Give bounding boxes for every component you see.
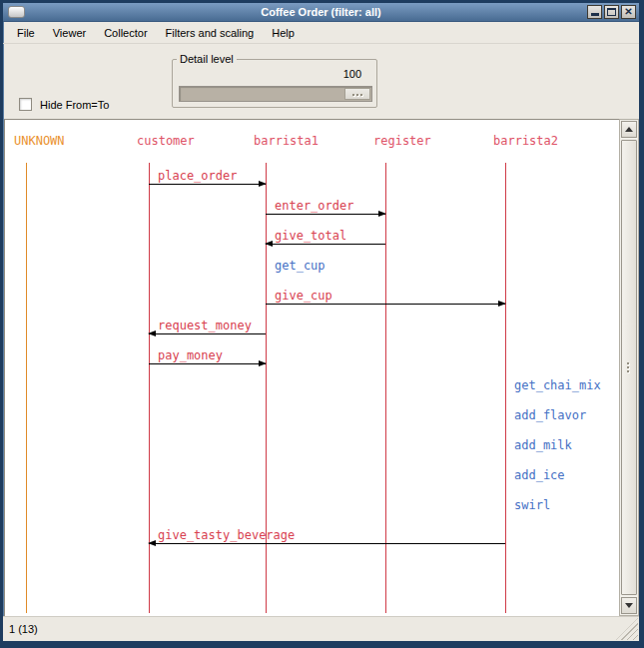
message-arrow-give_cup[interactable] [266,304,505,305]
maximize-icon [607,8,616,16]
arrowhead-icon [259,360,267,366]
arrowhead-icon [498,301,506,307]
actor-label-customer[interactable]: customer [137,134,195,148]
actor-label-barrista1[interactable]: barrista1 [254,134,319,148]
scroll-down-button[interactable] [621,597,637,614]
detail-level-label: Detail level [177,53,237,65]
menu-help[interactable]: Help [263,24,304,42]
detail-level-slider-handle[interactable] [344,88,370,100]
menu-collector[interactable]: Collector [95,24,156,42]
lifeline-UNKNOWN [26,163,27,613]
minimize-button[interactable] [587,5,602,19]
menu-viewer[interactable]: Viewer [44,24,95,42]
arrowhead-icon [259,181,267,187]
event-label-add_flavor[interactable]: add_flavor [514,408,586,422]
lifeline-register [385,163,386,613]
message-arrow-give_total[interactable] [266,244,385,245]
arrowhead-icon [148,330,156,336]
resize-grip[interactable] [616,618,638,640]
maximize-button[interactable] [604,5,619,19]
lifeline-barrista2 [505,163,506,613]
message-arrow-pay_money[interactable] [149,363,266,364]
actor-label-barrista2[interactable]: barrista2 [493,134,558,148]
detail-level-groupbox: Detail level 100 [172,59,377,108]
event-label-request_money[interactable]: request_money [158,319,252,332]
event-label-get_cup[interactable]: get_cup [275,259,325,273]
menubar: File Viewer Collector Filters and scalin… [3,22,639,44]
hide-from-to-label[interactable]: Hide From=To [40,99,109,111]
message-arrow-place_order[interactable] [149,184,266,185]
arrowhead-icon [148,540,156,546]
window-title: Coffee Order (filter: all) [3,6,639,18]
diagram-layer: UNKNOWNcustomerbarrista1registerbarrista… [5,120,619,616]
event-label-get_chai_mix[interactable]: get_chai_mix [514,378,601,392]
actor-label-UNKNOWN[interactable]: UNKNOWN [14,134,65,148]
event-label-swirl[interactable]: swirl [514,498,550,512]
close-icon: ✕ [624,7,632,17]
event-label-give_tasty_beverage[interactable]: give_tasty_beverage [158,528,295,542]
titlebar[interactable]: Coffee Order (filter: all) ✕ [3,3,639,22]
lifeline-barrista1 [266,163,267,613]
close-button[interactable]: ✕ [621,5,636,19]
event-label-pay_money[interactable]: pay_money [158,348,223,362]
detail-level-value: 100 [343,68,361,80]
scrollbar-thumb[interactable] [621,140,637,595]
event-label-give_total[interactable]: give_total [275,229,346,243]
scroll-up-button[interactable] [621,121,637,138]
arrowhead-icon [265,241,273,247]
event-label-add_ice[interactable]: add_ice [514,468,565,482]
status-text: 1 (13) [3,623,38,635]
hide-from-to-checkbox[interactable] [19,98,32,111]
menu-file[interactable]: File [8,24,44,42]
statusbar: 1 (13) [3,616,639,641]
scrollbar-grip-dots-icon [627,362,629,364]
event-label-enter_order[interactable]: enter_order [275,199,353,213]
arrowhead-icon [378,211,386,217]
message-arrow-give_tasty_beverage[interactable] [149,543,505,544]
message-arrow-enter_order[interactable] [266,214,385,215]
arrow-down-icon [625,603,633,608]
app-window: Coffee Order (filter: all) ✕ File Viewer… [0,0,644,648]
event-label-add_milk[interactable]: add_milk [514,438,572,452]
control-panel: Hide From=To Hide (excluded actors) Deta… [3,44,639,119]
menu-filters-and-scaling[interactable]: Filters and scaling [157,24,264,42]
vertical-scrollbar[interactable] [619,119,639,616]
minimize-icon [591,13,599,16]
message-arrow-request_money[interactable] [149,333,266,334]
slider-grip-dots-icon [352,94,354,96]
sequence-diagram-canvas[interactable]: UNKNOWNcustomerbarrista1registerbarrista… [4,119,619,616]
event-label-give_cup[interactable]: give_cup [275,289,332,303]
arrow-up-icon [625,127,633,132]
actor-label-register[interactable]: register [373,134,431,148]
detail-level-slider[interactable] [179,86,372,102]
event-label-place_order[interactable]: place_order [158,169,237,183]
